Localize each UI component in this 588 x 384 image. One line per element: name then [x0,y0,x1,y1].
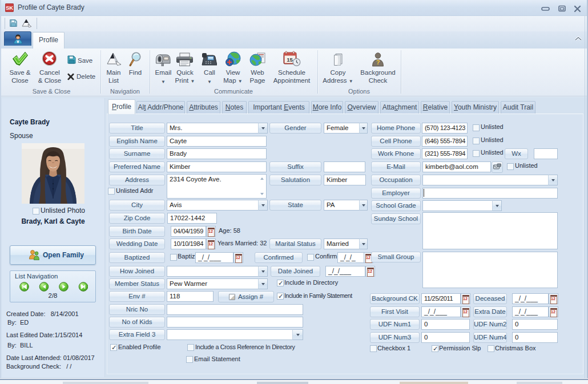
svg-text:15: 15 [287,56,293,63]
svg-text:?: ? [376,59,380,66]
